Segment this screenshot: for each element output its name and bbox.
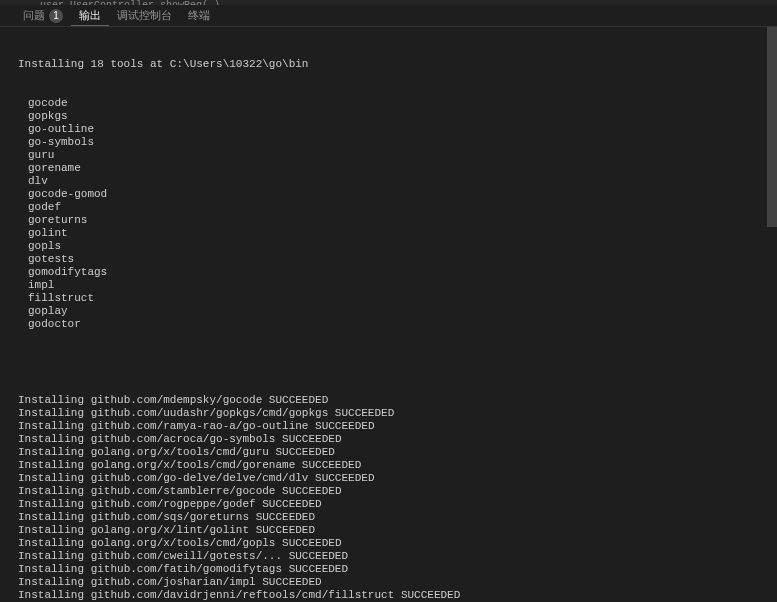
install-package: github.com/ramya-rao-a/go-outline bbox=[91, 420, 309, 432]
install-prefix: Installing bbox=[18, 485, 91, 497]
output-install-line: Installing github.com/stamblerre/gocode … bbox=[18, 485, 759, 498]
install-status: SUCCEEDED bbox=[282, 563, 348, 575]
output-tool-line: goreturns bbox=[18, 214, 759, 227]
install-status: SUCCEEDED bbox=[249, 511, 315, 523]
install-package: golang.org/x/tools/cmd/gopls bbox=[91, 537, 276, 549]
install-status: SUCCEEDED bbox=[308, 472, 374, 484]
output-line: Installing 18 tools at C:\Users\10322\go… bbox=[18, 58, 759, 71]
output-install-line: Installing golang.org/x/lint/golint SUCC… bbox=[18, 524, 759, 537]
output-tool-line: gopkgs bbox=[18, 110, 759, 123]
output-tool-line: godef bbox=[18, 201, 759, 214]
install-package: github.com/acroca/go-symbols bbox=[91, 433, 276, 445]
output-tool-line: impl bbox=[18, 279, 759, 292]
install-status: SUCCEEDED bbox=[256, 498, 322, 510]
output-tool-line: guru bbox=[18, 149, 759, 162]
output-tool-line: godoctor bbox=[18, 318, 759, 331]
scrollbar-thumb[interactable] bbox=[767, 27, 777, 227]
output-install-line: Installing github.com/rogpeppe/godef SUC… bbox=[18, 498, 759, 511]
output-install-line: Installing github.com/josharian/impl SUC… bbox=[18, 576, 759, 589]
install-status: SUCCEEDED bbox=[295, 459, 361, 471]
install-status: SUCCEEDED bbox=[275, 433, 341, 445]
install-prefix: Installing bbox=[18, 589, 91, 601]
output-install-line: Installing golang.org/x/tools/cmd/guru S… bbox=[18, 446, 759, 459]
install-prefix: Installing bbox=[18, 498, 91, 510]
tab-label: 问题 bbox=[23, 8, 45, 23]
tab-label: 调试控制台 bbox=[117, 8, 172, 23]
output-install-line: Installing github.com/mdempsky/gocode SU… bbox=[18, 394, 759, 407]
output-panel[interactable]: Installing 18 tools at C:\Users\10322\go… bbox=[0, 27, 777, 602]
install-status: SUCCEEDED bbox=[308, 420, 374, 432]
install-prefix: Installing bbox=[18, 394, 91, 406]
install-package: golang.org/x/tools/cmd/gorename bbox=[91, 459, 296, 471]
tab-badge: 1 bbox=[49, 9, 63, 23]
install-status: SUCCEEDED bbox=[275, 485, 341, 497]
tab-label: 输出 bbox=[79, 8, 101, 23]
output-tool-line: gomodifytags bbox=[18, 266, 759, 279]
output-tool-line: gocode-gomod bbox=[18, 188, 759, 201]
install-prefix: Installing bbox=[18, 537, 91, 549]
output-install-line: Installing golang.org/x/tools/cmd/gorena… bbox=[18, 459, 759, 472]
tab-debug-console[interactable]: 调试控制台 bbox=[109, 5, 180, 26]
install-prefix: Installing bbox=[18, 524, 91, 536]
output-tool-line: gorename bbox=[18, 162, 759, 175]
output-install-line: Installing github.com/acroca/go-symbols … bbox=[18, 433, 759, 446]
install-package: github.com/uudashr/gopkgs/cmd/gopkgs bbox=[91, 407, 329, 419]
tab-problems[interactable]: 问题 1 bbox=[15, 5, 71, 26]
install-prefix: Installing bbox=[18, 446, 91, 458]
install-package: github.com/sqs/goreturns bbox=[91, 511, 249, 523]
install-prefix: Installing bbox=[18, 563, 91, 575]
output-tool-line: goplay bbox=[18, 305, 759, 318]
output-tool-line: go-outline bbox=[18, 123, 759, 136]
install-package: github.com/davidrjenni/reftools/cmd/fill… bbox=[91, 589, 395, 601]
install-package: github.com/rogpeppe/godef bbox=[91, 498, 256, 510]
output-tool-line: gotests bbox=[18, 253, 759, 266]
install-status: SUCCEEDED bbox=[256, 576, 322, 588]
output-install-line: Installing github.com/sqs/goreturns SUCC… bbox=[18, 511, 759, 524]
output-tool-line: gocode bbox=[18, 97, 759, 110]
install-status: SUCCEEDED bbox=[269, 446, 335, 458]
tab-label: 终端 bbox=[188, 8, 210, 23]
scrollbar-vertical[interactable] bbox=[767, 27, 777, 602]
tab-output[interactable]: 输出 bbox=[71, 5, 109, 26]
install-prefix: Installing bbox=[18, 511, 91, 523]
output-install-line: Installing github.com/davidrjenni/reftoo… bbox=[18, 589, 759, 602]
install-prefix: Installing bbox=[18, 433, 91, 445]
install-prefix: Installing bbox=[18, 459, 91, 471]
install-package: github.com/fatih/gomodifytags bbox=[91, 563, 282, 575]
output-install-line: Installing github.com/fatih/gomodifytags… bbox=[18, 563, 759, 576]
install-package: github.com/mdempsky/gocode bbox=[91, 394, 263, 406]
install-package: github.com/stamblerre/gocode bbox=[91, 485, 276, 497]
install-package: github.com/josharian/impl bbox=[91, 576, 256, 588]
install-prefix: Installing bbox=[18, 407, 91, 419]
install-status: SUCCEEDED bbox=[328, 407, 394, 419]
install-package: golang.org/x/tools/cmd/guru bbox=[91, 446, 269, 458]
panel-tab-bar: 问题 1 输出 调试控制台 终端 bbox=[0, 5, 777, 27]
output-install-line: Installing github.com/go-delve/delve/cmd… bbox=[18, 472, 759, 485]
install-package: github.com/go-delve/delve/cmd/dlv bbox=[91, 472, 309, 484]
install-prefix: Installing bbox=[18, 550, 91, 562]
output-install-line: Installing github.com/ramya-rao-a/go-out… bbox=[18, 420, 759, 433]
install-prefix: Installing bbox=[18, 420, 91, 432]
install-status: SUCCEEDED bbox=[262, 394, 328, 406]
output-blank bbox=[18, 356, 759, 369]
output-tool-line: golint bbox=[18, 227, 759, 240]
install-prefix: Installing bbox=[18, 576, 91, 588]
output-install-line: Installing golang.org/x/tools/cmd/gopls … bbox=[18, 537, 759, 550]
install-status: SUCCEEDED bbox=[282, 550, 348, 562]
install-status: SUCCEEDED bbox=[275, 537, 341, 549]
output-install-line: Installing github.com/uudashr/gopkgs/cmd… bbox=[18, 407, 759, 420]
output-tool-line: fillstruct bbox=[18, 292, 759, 305]
install-status: SUCCEEDED bbox=[394, 589, 460, 601]
output-tool-line: gopls bbox=[18, 240, 759, 253]
output-install-line: Installing github.com/cweill/gotests/...… bbox=[18, 550, 759, 563]
install-prefix: Installing bbox=[18, 472, 91, 484]
install-status: SUCCEEDED bbox=[249, 524, 315, 536]
install-package: golang.org/x/lint/golint bbox=[91, 524, 249, 536]
output-tool-line: dlv bbox=[18, 175, 759, 188]
output-tool-line: go-symbols bbox=[18, 136, 759, 149]
install-package: github.com/cweill/gotests/... bbox=[91, 550, 282, 562]
tab-terminal[interactable]: 终端 bbox=[180, 5, 218, 26]
